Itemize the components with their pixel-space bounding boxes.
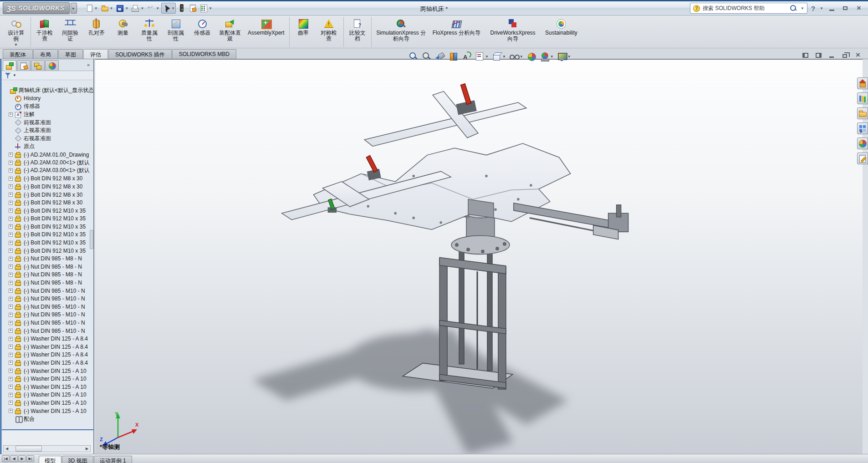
quick-tool-button[interactable]: ▼ — [161, 3, 176, 14]
expand-toggle[interactable]: + — [9, 273, 13, 277]
filter-dropdown-icon[interactable]: ▼ — [13, 73, 16, 77]
expand-toggle[interactable]: + — [9, 313, 13, 317]
expand-toggle[interactable]: + — [9, 209, 13, 213]
tree-item[interactable]: + (-) Washer DIN 125 - A 10 — [2, 375, 93, 383]
expand-toggle[interactable]: + — [9, 337, 13, 341]
dropdown-arrow-icon[interactable]: ▼ — [156, 6, 159, 10]
task-pane-tab[interactable] — [857, 122, 868, 134]
ribbon-button[interactable]: 比较文档 ▼ — [343, 17, 370, 47]
panel-tabs-overflow-button[interactable]: » — [87, 62, 92, 69]
featuremanager-panel-tab[interactable] — [31, 60, 45, 71]
scroll-left-arrow[interactable]: ◀ — [4, 446, 10, 452]
tree-item[interactable]: + 右视基准面 — [2, 135, 93, 143]
dropdown-arrow-icon[interactable]: ▼ — [209, 6, 212, 10]
featuremanager-panel-tab[interactable] — [3, 60, 16, 71]
tree-item[interactable]: + (-) Washer DIN 125 - A 10 — [2, 407, 93, 415]
tree-item[interactable]: + (-) Bolt DIN 912 M10 x 35 — [2, 207, 93, 215]
tree-item[interactable]: + 配合 — [2, 415, 93, 423]
ribbon-button[interactable]: 测量 ▼ — [110, 17, 136, 47]
tree-item[interactable]: + 传感器 — [2, 102, 93, 111]
tree-item[interactable]: + (-) AD.2AM.03.00<1> (默认 — [2, 167, 93, 175]
tree-item[interactable]: + (-) Washer DIN 125 - A 8.4 — [2, 343, 93, 351]
expand-toggle[interactable]: + — [9, 184, 13, 188]
expand-toggle[interactable]: + — [9, 201, 13, 205]
expand-toggle[interactable]: + — [9, 361, 13, 365]
dropdown-arrow-icon[interactable]: ▼ — [171, 6, 175, 10]
expand-toggle[interactable]: + — [9, 377, 13, 381]
quick-tool-button[interactable]: ▼ — [100, 3, 114, 14]
document-view-tab[interactable]: 3D 视图 — [62, 456, 93, 463]
tree-item[interactable]: + (-) Nut DIN 985 - M10 - N — [2, 303, 93, 311]
expand-toggle[interactable]: + — [9, 345, 13, 349]
tree-item[interactable]: + 两轴机床 (默认<默认_显示状态 — [2, 86, 93, 95]
ribbon-button[interactable]: 孔对齐 ▼ — [83, 17, 110, 47]
study-nav-button[interactable]: ▶| — [26, 455, 34, 462]
dropdown-arrow-icon[interactable]: ▼ — [520, 55, 523, 59]
view-tool-button[interactable]: ▼ — [408, 51, 419, 62]
expand-toggle[interactable]: + — [9, 257, 13, 261]
pane-left-button[interactable] — [801, 51, 810, 59]
tree-item[interactable]: + (-) Bolt DIN 912 M10 x 35 — [2, 215, 93, 223]
ribbon-button[interactable]: 曲率 ▼ — [289, 17, 316, 47]
tree-item[interactable]: + (-) Washer DIN 125 - A 10 — [2, 367, 93, 375]
dropdown-arrow-icon[interactable]: ▼ — [14, 43, 18, 47]
ribbon-button[interactable]: 干涉检查 ▼ — [31, 17, 57, 47]
quick-tool-button[interactable]: ▼ — [84, 3, 99, 14]
expand-toggle[interactable]: + — [9, 177, 13, 181]
tree-item[interactable]: + (-) Bolt DIN 912 M8 x 30 — [2, 198, 93, 207]
commandmanager-tab[interactable]: 装配体 — [3, 49, 33, 59]
ribbon-button[interactable]: SimulationXpress 分析向导 ▼ — [371, 17, 429, 47]
ribbon-button[interactable]: AssemblyXpert ▼ — [245, 17, 288, 47]
top-cross-plank[interactable] — [364, 84, 526, 146]
search-icon[interactable] — [790, 5, 797, 12]
expand-toggle[interactable]: + — [9, 393, 13, 397]
tree-item[interactable]: + (-) Nut DIN 985 - M8 - N — [2, 271, 93, 279]
dropdown-arrow-icon[interactable]: ▼ — [140, 6, 144, 10]
study-nav-button[interactable]: |◀ — [2, 455, 10, 462]
expand-toggle[interactable]: + — [9, 305, 13, 309]
expand-toggle[interactable]: + — [9, 112, 13, 117]
view-tool-button[interactable]: ▼ — [474, 51, 490, 62]
expand-toggle[interactable]: + — [9, 153, 13, 157]
task-pane-tab[interactable] — [857, 153, 868, 164]
tree-item[interactable]: + (-) Nut DIN 985 - M8 - N — [2, 254, 93, 263]
help-dropdown-icon[interactable]: ▼ — [820, 6, 823, 10]
task-pane-tab[interactable] — [857, 92, 868, 104]
quick-tool-button[interactable]: ▼ — [199, 3, 213, 14]
window-minimize-button[interactable] — [827, 4, 836, 12]
commandmanager-tab[interactable]: SOLIDWORKS 插件 — [108, 49, 172, 59]
dropdown-arrow-icon[interactable]: ▼ — [550, 55, 554, 59]
quick-tool-button[interactable]: ▼ — [130, 3, 145, 14]
quick-tool-button[interactable]: ▼ — [188, 3, 198, 14]
view-tool-button[interactable]: ▼ — [526, 51, 537, 62]
expand-toggle[interactable]: + — [9, 289, 13, 293]
commandmanager-tab[interactable]: 评估 — [83, 49, 108, 59]
ribbon-button[interactable]: 质量属性 ▼ — [136, 17, 163, 47]
tree-item[interactable]: + (-) Washer DIN 125 - A 10 — [2, 391, 93, 399]
tree-item[interactable]: + (-) Nut DIN 985 - M10 - N — [2, 295, 93, 303]
expand-toggle[interactable]: + — [9, 329, 13, 333]
view-tool-button[interactable]: ▼ — [460, 51, 472, 62]
ribbon-button[interactable]: 间隙验证 ▼ — [57, 17, 83, 47]
tree-item[interactable]: + 注解 — [2, 111, 93, 119]
tree-scrollbar-thumb[interactable] — [90, 230, 93, 249]
dropdown-arrow-icon[interactable]: ▼ — [502, 55, 506, 59]
tree-item[interactable]: + (-) Bolt DIN 912 M10 x 35 — [2, 223, 93, 231]
scrollbar-thumb[interactable] — [15, 446, 42, 452]
view-tool-button[interactable]: ▼ — [447, 51, 459, 62]
expand-toggle[interactable]: + — [9, 369, 13, 373]
tree-item[interactable]: + (-) Washer DIN 125 - A 8.4 — [2, 351, 93, 359]
expand-toggle[interactable]: + — [9, 193, 13, 197]
study-nav-button[interactable]: ◀ — [10, 455, 18, 462]
expand-toggle[interactable]: + — [9, 401, 13, 405]
window-close-button[interactable]: × — [854, 4, 863, 12]
filter-icon[interactable] — [5, 72, 11, 79]
tree-item[interactable]: + (-) Washer DIN 125 - A 8.4 — [2, 359, 93, 367]
tree-item[interactable]: + (-) Bolt DIN 912 M10 x 35 — [2, 239, 93, 247]
commandmanager-tab[interactable]: 草图 — [58, 49, 83, 59]
study-nav-button[interactable]: ▶ — [18, 455, 26, 462]
tree-item[interactable]: + (-) Bolt DIN 912 M8 x 30 — [2, 175, 93, 183]
ribbon-button[interactable]: 传感器 ▼ — [189, 17, 215, 47]
dropdown-arrow-icon[interactable]: ▼ — [110, 6, 113, 10]
cross-table-plate[interactable] — [313, 143, 570, 229]
